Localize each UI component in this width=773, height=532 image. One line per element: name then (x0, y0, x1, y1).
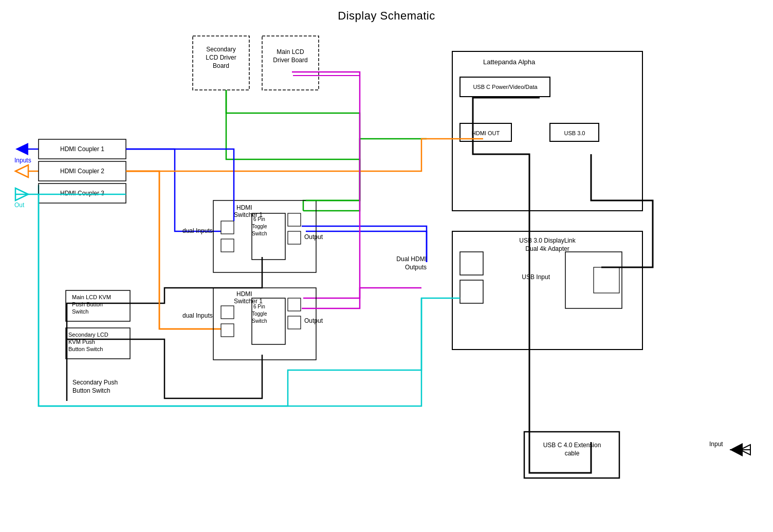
dual-hdmi-outputs-label: Dual HDMI (396, 255, 427, 263)
output-top-label: Output (304, 233, 323, 241)
toggle-switch-bottom-label: 6 Pin (253, 304, 265, 309)
orange-wire-main (126, 139, 483, 171)
secondary-push-label2: Button Switch (72, 387, 110, 394)
input-left-arrow (730, 443, 743, 456)
magenta-wire (292, 72, 360, 308)
dual-input-bottom-box1 (221, 306, 234, 319)
secondary-lcd-driver-label3: Board (213, 62, 229, 69)
schematic-diagram: Secondary LCD Driver Board Main LCD Driv… (0, 0, 773, 532)
toggle-switch-top-label3: Switch (252, 231, 267, 236)
orange-input-arrow (15, 165, 28, 177)
dual-input-top-box1 (221, 221, 234, 234)
usb-input-label: USB Input (522, 273, 550, 281)
blue-wire-top (126, 149, 234, 221)
inputs-label: Inputs (14, 157, 31, 164)
output-top-box1 (288, 213, 301, 226)
toggle-switch-bottom-label2: Toggle (252, 311, 267, 317)
hdmi-coupler3-label: HDMI Coupler 3 (60, 190, 104, 197)
output-bottom-label: Output (304, 317, 323, 324)
usb-displaylink-label: USB 3.0 DisplayLink (519, 237, 576, 244)
output-top-box2 (288, 231, 301, 244)
dual-hdmi-out-box2 (460, 280, 483, 303)
main-lcd-driver-label2: Driver Board (273, 57, 307, 64)
input-right-label: Input (709, 441, 723, 448)
main-kvm-label2: Push Button (72, 301, 103, 307)
output-bottom-box1 (288, 298, 301, 311)
dual-hdmi-out-box1 (460, 252, 483, 275)
toggle-switch-top-label2: Toggle (252, 224, 267, 229)
usb-c-power-label: USB C Power/Video/Data (473, 84, 538, 90)
secondary-lcd-driver-label: Secondary (206, 46, 235, 53)
hdmi-coupler2-label: HDMI Coupler 2 (60, 168, 104, 175)
out-label: Out (14, 201, 25, 209)
hdmi-switcher1-bottom-label: HDMI (236, 290, 252, 298)
usb30-label: USB 3.0 (564, 130, 585, 136)
blue-input-arrow (15, 143, 28, 155)
dual-hdmi-outputs-label2: Outputs (405, 264, 427, 271)
usb-displaylink-label2: Dual 4k Adapter (525, 245, 569, 252)
dual-inputs-top-label: dual Inputs (182, 227, 213, 234)
usb-c-extension-label: USB C 4.0 Extension (543, 442, 601, 449)
secondary-kvm-label2: KVM Push (68, 339, 95, 345)
toggle-switch-top-label: 6 Pin (253, 216, 265, 222)
hdmi-out-label: HDMI OUT (472, 130, 500, 136)
toggle-switch-bottom-label3: Switch (252, 318, 267, 324)
usb-c-extension-label2: cable (565, 450, 580, 457)
hdmi-coupler1-label: HDMI Coupler 1 (60, 145, 104, 153)
output-bottom-box2 (288, 316, 301, 329)
main-lcd-driver-label: Main LCD (277, 48, 304, 56)
green-wire-top (226, 90, 360, 200)
main-kvm-label: Main LCD KVM (72, 294, 111, 300)
hdmi-switcher1-top-label: HDMI (236, 204, 252, 211)
schematic-container: Display Schematic (0, 0, 773, 532)
secondary-kvm-label3: Button Switch (68, 346, 103, 352)
dual-input-bottom-box2 (221, 324, 234, 337)
secondary-push-label: Secondary Push (72, 379, 118, 386)
secondary-kvm-label: Secondary LCD (68, 332, 108, 338)
usb-input-sub-box (594, 267, 619, 293)
main-kvm-label3: Switch (72, 308, 88, 315)
dual-inputs-bottom-label: dual Inputs (182, 312, 213, 319)
lattepanda-label: Lattepanda Alpha (483, 58, 536, 66)
secondary-lcd-driver-label2: LCD Driver (206, 54, 236, 61)
dual-input-top-box2 (221, 239, 234, 252)
